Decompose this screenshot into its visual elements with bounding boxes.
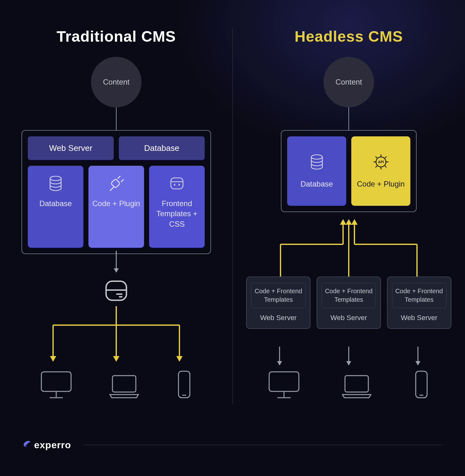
plug-icon (107, 175, 125, 192)
database-icon (47, 175, 64, 192)
content-node: Content (91, 57, 142, 107)
logo-mark-icon (22, 439, 32, 451)
footer-divider (84, 445, 443, 445)
web-server-card: Code + Frontend Templates Web Server (387, 277, 451, 329)
headless-title: Headless CMS (232, 28, 465, 45)
svg-line-35 (385, 157, 386, 158)
connector-line (348, 107, 349, 130)
frontend-label: Frontend Templates + CSS (153, 199, 201, 229)
laptop-icon (339, 372, 374, 402)
svg-rect-25 (178, 371, 190, 398)
content-node: Content (323, 57, 374, 107)
server-icon (103, 277, 130, 306)
svg-rect-58 (416, 371, 427, 398)
desktop-icon (267, 369, 301, 402)
svg-line-2 (118, 176, 120, 178)
branch-connector (0, 306, 232, 366)
web-server-label: Web Server (322, 314, 376, 322)
mobile-icon (412, 369, 431, 402)
database-card: Database (28, 166, 83, 248)
arrow-down (112, 249, 121, 275)
trad-bottom-row: Database Code + Plugin (28, 166, 205, 248)
database-box: Database (119, 136, 205, 160)
devices-row (0, 369, 232, 402)
template-icon (168, 175, 186, 192)
svg-marker-18 (50, 356, 56, 362)
svg-rect-21 (41, 372, 71, 391)
svg-line-4 (110, 187, 114, 191)
web-server-card: Code + Frontend Templates Web Server (246, 277, 311, 329)
frontend-card: Frontend Templates + CSS (149, 166, 205, 248)
svg-marker-47 (351, 219, 358, 225)
svg-line-36 (376, 166, 377, 167)
database-card-label: Database (39, 199, 72, 209)
svg-rect-54 (269, 372, 299, 391)
svg-marker-49 (277, 361, 282, 366)
api-card-label: Code + Plugin (357, 179, 405, 189)
footer: experro (22, 439, 443, 451)
svg-marker-53 (415, 361, 420, 366)
svg-rect-1 (111, 179, 120, 188)
svg-marker-8 (114, 268, 119, 273)
svg-marker-19 (113, 356, 119, 362)
api-gear-icon: API (372, 153, 390, 173)
down-arrows-row (232, 346, 465, 368)
svg-marker-20 (176, 356, 183, 362)
arrow-down-icon (414, 346, 422, 367)
connector-line (116, 107, 117, 130)
code-plugin-label: Code + Plugin (92, 199, 140, 209)
mobile-icon (175, 369, 194, 402)
traditional-cms-side: Traditional CMS Content Web Server Datab… (0, 0, 232, 476)
content-label: Content (103, 78, 130, 86)
svg-marker-45 (340, 219, 346, 225)
web-server-label: Web Server (251, 314, 305, 322)
brand-logo: experro (22, 439, 71, 451)
devices-row (232, 369, 465, 402)
database-icon (308, 153, 326, 173)
trad-top-row: Web Server Database (28, 136, 205, 160)
headless-panel: Database API Code + Plugin (281, 130, 417, 212)
brand-name: experro (34, 440, 71, 450)
templates-label: Code + Frontend Templates (392, 283, 446, 308)
svg-marker-51 (346, 361, 351, 366)
web-server-label: Web Server (392, 314, 446, 322)
svg-line-34 (385, 166, 386, 167)
web-server-card: Code + Frontend Templates Web Server (317, 277, 381, 329)
arrow-down-icon (275, 346, 284, 367)
api-card: API Code + Plugin (351, 136, 410, 206)
database-card: Database (287, 136, 346, 206)
laptop-icon (107, 372, 142, 402)
svg-line-33 (376, 157, 377, 158)
code-plugin-card: Code + Plugin (88, 166, 144, 248)
svg-point-0 (50, 176, 61, 181)
traditional-title: Traditional CMS (0, 28, 232, 45)
traditional-cms-panel: Web Server Database Database (21, 130, 211, 254)
svg-point-27 (311, 155, 322, 159)
svg-rect-57 (345, 376, 368, 392)
templates-label: Code + Frontend Templates (251, 283, 305, 308)
content-label: Content (335, 78, 362, 86)
headless-servers-row: Code + Frontend Templates Web Server Cod… (232, 277, 465, 329)
templates-label: Code + Frontend Templates (322, 283, 376, 308)
svg-text:API: API (378, 160, 384, 164)
svg-rect-5 (171, 178, 183, 189)
svg-marker-46 (346, 219, 352, 225)
up-connector (232, 217, 465, 277)
svg-line-3 (121, 180, 124, 182)
arrow-down-icon (344, 346, 353, 367)
desktop-icon (39, 369, 74, 402)
web-server-box: Web Server (28, 136, 114, 160)
headless-cms-side: Headless CMS Content Database (232, 0, 465, 476)
svg-rect-24 (112, 376, 136, 392)
database-card-label: Database (300, 179, 333, 189)
